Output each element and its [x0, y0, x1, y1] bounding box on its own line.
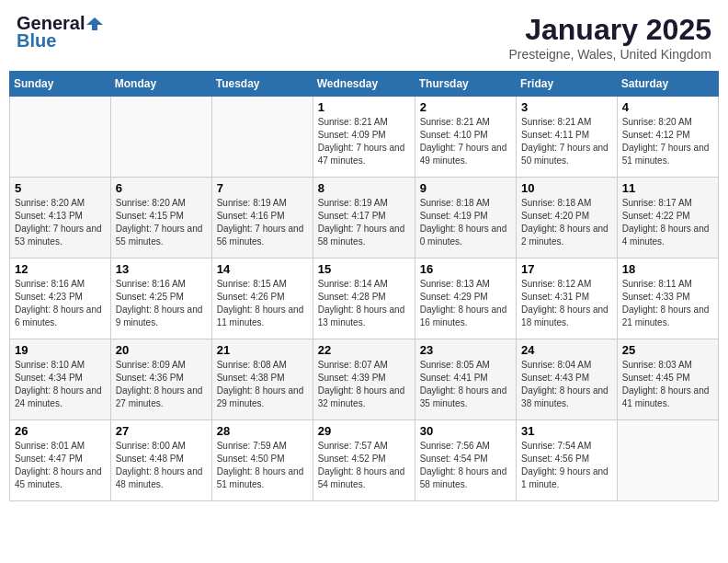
day-info: Sunrise: 8:14 AMSunset: 4:28 PMDaylight:…: [318, 278, 410, 329]
day-info: Sunrise: 8:05 AMSunset: 4:41 PMDaylight:…: [420, 359, 511, 410]
day-info: Sunrise: 8:04 AMSunset: 4:43 PMDaylight:…: [521, 359, 612, 410]
day-info: Sunrise: 8:16 AMSunset: 4:23 PMDaylight:…: [15, 278, 106, 329]
weekday-header-row: SundayMondayTuesdayWednesdayThursdayFrid…: [10, 72, 719, 97]
day-number: 16: [420, 262, 511, 276]
calendar-week-row: 12Sunrise: 8:16 AMSunset: 4:23 PMDayligh…: [10, 259, 719, 339]
day-info: Sunrise: 8:20 AMSunset: 4:15 PMDaylight:…: [116, 197, 207, 248]
calendar-table: SundayMondayTuesdayWednesdayThursdayFrid…: [9, 71, 719, 501]
calendar-cell: 10Sunrise: 8:18 AMSunset: 4:20 PMDayligh…: [517, 178, 618, 259]
svg-marker-0: [86, 17, 103, 30]
day-info: Sunrise: 8:19 AMSunset: 4:17 PMDaylight:…: [318, 197, 410, 248]
day-number: 6: [116, 181, 207, 195]
calendar-cell: 19Sunrise: 8:10 AMSunset: 4:34 PMDayligh…: [10, 339, 111, 420]
page-header: General Blue January 2025 Presteigne, Wa…: [9, 9, 719, 65]
day-info: Sunrise: 7:56 AMSunset: 4:54 PMDaylight:…: [420, 440, 511, 491]
calendar-subtitle: Presteigne, Wales, United Kingdom: [509, 47, 711, 62]
calendar-cell: 7Sunrise: 8:19 AMSunset: 4:16 PMDaylight…: [211, 178, 313, 259]
day-number: 15: [318, 262, 410, 276]
day-number: 26: [15, 424, 106, 438]
day-info: Sunrise: 8:20 AMSunset: 4:12 PMDaylight:…: [622, 116, 713, 167]
day-info: Sunrise: 8:19 AMSunset: 4:16 PMDaylight:…: [217, 197, 308, 248]
calendar-cell: 21Sunrise: 8:08 AMSunset: 4:38 PMDayligh…: [211, 339, 313, 420]
day-number: 4: [622, 100, 713, 114]
calendar-week-row: 26Sunrise: 8:01 AMSunset: 4:47 PMDayligh…: [10, 420, 719, 501]
calendar-cell: 31Sunrise: 7:54 AMSunset: 4:56 PMDayligh…: [517, 420, 618, 501]
calendar-cell: 18Sunrise: 8:11 AMSunset: 4:33 PMDayligh…: [617, 259, 718, 339]
day-number: 1: [318, 100, 410, 114]
calendar-cell: 28Sunrise: 7:59 AMSunset: 4:50 PMDayligh…: [211, 420, 313, 501]
day-number: 11: [622, 181, 713, 195]
calendar-cell: 9Sunrise: 8:18 AMSunset: 4:19 PMDaylight…: [415, 178, 516, 259]
day-number: 12: [15, 262, 106, 276]
day-number: 14: [217, 262, 308, 276]
day-number: 22: [318, 343, 410, 357]
day-info: Sunrise: 8:11 AMSunset: 4:33 PMDaylight:…: [622, 278, 713, 329]
day-info: Sunrise: 8:09 AMSunset: 4:36 PMDaylight:…: [116, 359, 207, 410]
calendar-week-row: 19Sunrise: 8:10 AMSunset: 4:34 PMDayligh…: [10, 339, 719, 420]
day-info: Sunrise: 8:16 AMSunset: 4:25 PMDaylight:…: [116, 278, 207, 329]
day-info: Sunrise: 8:21 AMSunset: 4:11 PMDaylight:…: [521, 116, 612, 167]
calendar-cell: 15Sunrise: 8:14 AMSunset: 4:28 PMDayligh…: [313, 259, 415, 339]
calendar-cell: 5Sunrise: 8:20 AMSunset: 4:13 PMDaylight…: [10, 178, 111, 259]
calendar-cell: 17Sunrise: 8:12 AMSunset: 4:31 PMDayligh…: [517, 259, 618, 339]
day-info: Sunrise: 8:08 AMSunset: 4:38 PMDaylight:…: [217, 359, 308, 410]
calendar-cell: 8Sunrise: 8:19 AMSunset: 4:17 PMDaylight…: [313, 178, 415, 259]
calendar-cell: [211, 97, 313, 178]
weekday-header-thursday: Thursday: [415, 72, 516, 97]
calendar-title: January 2025: [509, 13, 711, 47]
day-info: Sunrise: 8:12 AMSunset: 4:31 PMDaylight:…: [521, 278, 612, 329]
day-info: Sunrise: 8:18 AMSunset: 4:19 PMDaylight:…: [420, 197, 511, 248]
calendar-cell: 29Sunrise: 7:57 AMSunset: 4:52 PMDayligh…: [313, 420, 415, 501]
calendar-cell: 2Sunrise: 8:21 AMSunset: 4:10 PMDaylight…: [415, 97, 516, 178]
day-number: 21: [217, 343, 308, 357]
calendar-cell: 20Sunrise: 8:09 AMSunset: 4:36 PMDayligh…: [110, 339, 211, 420]
day-number: 19: [15, 343, 106, 357]
calendar-cell: 1Sunrise: 8:21 AMSunset: 4:09 PMDaylight…: [313, 97, 415, 178]
calendar-cell: 14Sunrise: 8:15 AMSunset: 4:26 PMDayligh…: [211, 259, 313, 339]
calendar-cell: 27Sunrise: 8:00 AMSunset: 4:48 PMDayligh…: [110, 420, 211, 501]
day-info: Sunrise: 8:13 AMSunset: 4:29 PMDaylight:…: [420, 278, 511, 329]
day-info: Sunrise: 8:00 AMSunset: 4:48 PMDaylight:…: [116, 440, 207, 491]
calendar-week-row: 1Sunrise: 8:21 AMSunset: 4:09 PMDaylight…: [10, 97, 719, 178]
day-info: Sunrise: 8:18 AMSunset: 4:20 PMDaylight:…: [521, 197, 612, 248]
day-number: 17: [521, 262, 612, 276]
day-info: Sunrise: 8:20 AMSunset: 4:13 PMDaylight:…: [15, 197, 106, 248]
day-number: 28: [217, 424, 308, 438]
calendar-cell: [10, 97, 111, 178]
day-number: 13: [116, 262, 207, 276]
calendar-cell: 13Sunrise: 8:16 AMSunset: 4:25 PMDayligh…: [110, 259, 211, 339]
calendar-week-row: 5Sunrise: 8:20 AMSunset: 4:13 PMDaylight…: [10, 178, 719, 259]
title-block: January 2025 Presteigne, Wales, United K…: [509, 13, 711, 62]
day-info: Sunrise: 7:59 AMSunset: 4:50 PMDaylight:…: [217, 440, 308, 491]
calendar-cell: 26Sunrise: 8:01 AMSunset: 4:47 PMDayligh…: [10, 420, 111, 501]
calendar-cell: [617, 420, 718, 501]
weekday-header-saturday: Saturday: [617, 72, 718, 97]
day-info: Sunrise: 8:21 AMSunset: 4:10 PMDaylight:…: [420, 116, 511, 167]
day-number: 29: [318, 424, 410, 438]
day-number: 30: [420, 424, 511, 438]
day-info: Sunrise: 8:01 AMSunset: 4:47 PMDaylight:…: [15, 440, 106, 491]
calendar-cell: [110, 97, 211, 178]
calendar-cell: 23Sunrise: 8:05 AMSunset: 4:41 PMDayligh…: [415, 339, 516, 420]
logo: General Blue: [17, 13, 103, 52]
calendar-cell: 12Sunrise: 8:16 AMSunset: 4:23 PMDayligh…: [10, 259, 111, 339]
calendar-cell: 25Sunrise: 8:03 AMSunset: 4:45 PMDayligh…: [617, 339, 718, 420]
logo-bird-icon: [86, 16, 103, 32]
day-info: Sunrise: 7:57 AMSunset: 4:52 PMDaylight:…: [318, 440, 410, 491]
day-number: 10: [521, 181, 612, 195]
weekday-header-tuesday: Tuesday: [211, 72, 313, 97]
day-info: Sunrise: 8:21 AMSunset: 4:09 PMDaylight:…: [318, 116, 410, 167]
weekday-header-monday: Monday: [110, 72, 211, 97]
day-number: 7: [217, 181, 308, 195]
calendar-cell: 24Sunrise: 8:04 AMSunset: 4:43 PMDayligh…: [517, 339, 618, 420]
day-number: 8: [318, 181, 410, 195]
day-number: 3: [521, 100, 612, 114]
calendar-cell: 16Sunrise: 8:13 AMSunset: 4:29 PMDayligh…: [415, 259, 516, 339]
calendar-cell: 6Sunrise: 8:20 AMSunset: 4:15 PMDaylight…: [110, 178, 211, 259]
day-number: 24: [521, 343, 612, 357]
day-number: 2: [420, 100, 511, 114]
day-info: Sunrise: 8:17 AMSunset: 4:22 PMDaylight:…: [622, 197, 713, 248]
day-number: 18: [622, 262, 713, 276]
day-number: 9: [420, 181, 511, 195]
calendar-cell: 22Sunrise: 8:07 AMSunset: 4:39 PMDayligh…: [313, 339, 415, 420]
